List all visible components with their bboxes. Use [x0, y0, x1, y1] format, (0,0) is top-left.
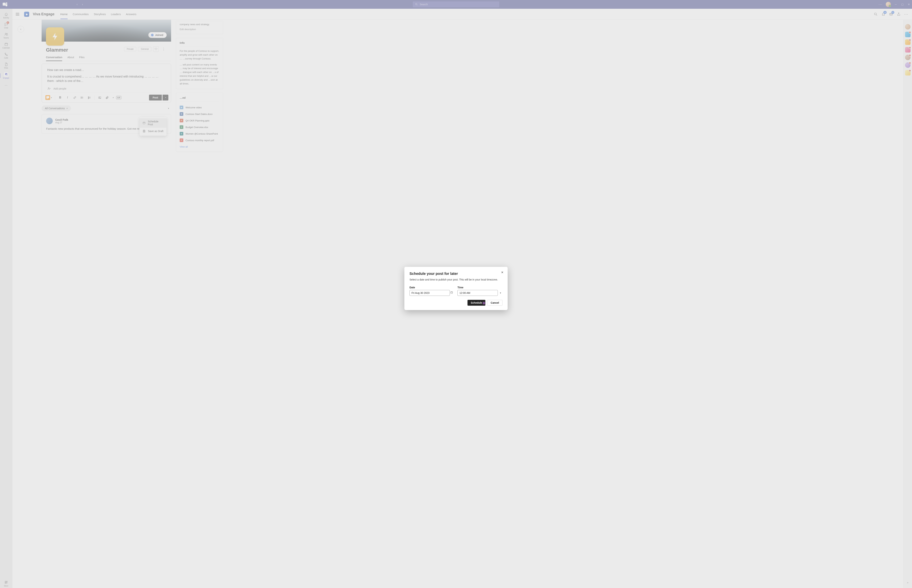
cursor-indicator — [482, 301, 486, 305]
date-input[interactable] — [410, 290, 450, 296]
schedule-button-label: Schedule — [471, 301, 482, 304]
date-label: Date — [410, 286, 455, 289]
schedule-post-modal: ✕ Schedule your post for later Select a … — [404, 267, 508, 310]
modal-title: Schedule your post for later — [410, 271, 502, 276]
cancel-button[interactable]: Cancel — [487, 300, 502, 306]
calendar-icon — [450, 291, 453, 295]
chevron-down-icon: ▾ — [500, 292, 501, 294]
svg-rect-36 — [451, 292, 453, 294]
time-input[interactable] — [457, 290, 498, 296]
schedule-button[interactable]: Schedule — [468, 300, 485, 306]
time-label: Time — [457, 286, 502, 289]
modal-close-button[interactable]: ✕ — [500, 270, 504, 275]
modal-subtitle: Select a date and time to publish your p… — [410, 278, 502, 282]
